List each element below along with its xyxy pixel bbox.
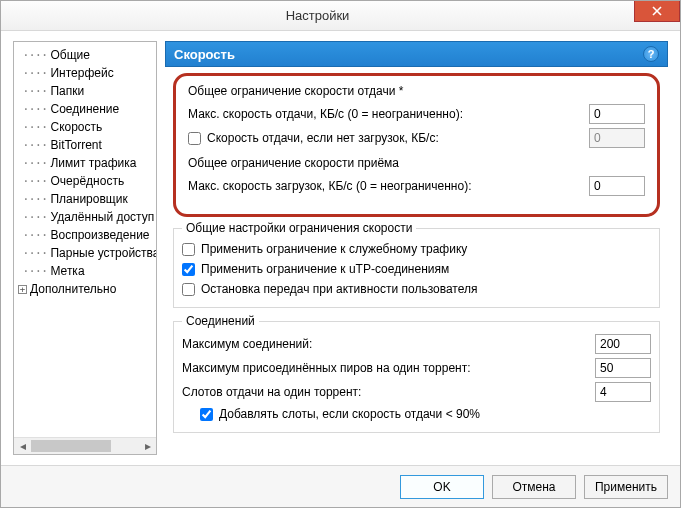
max-upload-input[interactable] <box>589 104 645 124</box>
stop-on-activity-checkbox[interactable] <box>182 283 195 296</box>
ok-button[interactable]: OK <box>400 475 484 499</box>
sidebar-item-queue[interactable]: ···· Очерёдность <box>16 172 154 190</box>
sidebar-item-scheduler[interactable]: ···· Планировщик <box>16 190 154 208</box>
max-download-input[interactable] <box>589 176 645 196</box>
download-limit-group: Общее ограничение скорости приёма Макс. … <box>186 156 647 198</box>
upload-limit-group: Общее ограничение скорости отдачи * Макс… <box>186 84 647 150</box>
max-peers-label: Максимум присоединённых пиров на один то… <box>182 361 595 375</box>
alt-upload-checkbox[interactable] <box>188 132 201 145</box>
general-limit-group: Общие настройки ограничения скорости При… <box>173 221 660 308</box>
window-title: Настройки <box>1 8 634 23</box>
apply-overhead-label: Применить ограничение к служебному трафи… <box>201 242 467 256</box>
sidebar-item-speed[interactable]: ···· Скорость <box>16 118 154 136</box>
sidebar-item-remote[interactable]: ···· Удалённый доступ <box>16 208 154 226</box>
general-limit-legend: Общие настройки ограничения скорости <box>182 221 416 235</box>
scroll-left-icon[interactable]: ◂ <box>14 438 31 454</box>
sidebar-item-general[interactable]: ···· Общие <box>16 46 154 64</box>
help-icon[interactable]: ? <box>643 46 659 62</box>
section-header: Скорость ? <box>165 41 668 67</box>
max-connections-input[interactable] <box>595 334 651 354</box>
highlighted-group: Общее ограничение скорости отдачи * Макс… <box>173 73 660 217</box>
sidebar-item-paired-devices[interactable]: ···· Парные устройства <box>16 244 154 262</box>
apply-utp-checkbox[interactable] <box>182 263 195 276</box>
nav-tree: ···· Общие ···· Интерфейс ···· Папки ···… <box>14 42 156 437</box>
sidebar-item-connection[interactable]: ···· Соединение <box>16 100 154 118</box>
connections-legend: Соединений <box>182 314 259 328</box>
sidebar-item-folders[interactable]: ···· Папки <box>16 82 154 100</box>
connections-group: Соединений Максимум соединений: Максимум… <box>173 314 660 433</box>
max-upload-label: Макс. скорость отдачи, КБ/с (0 = неогран… <box>188 107 589 121</box>
apply-button[interactable]: Применить <box>584 475 668 499</box>
sidebar-item-advanced[interactable]: +Дополнительно <box>16 280 154 298</box>
sidebar-item-playback[interactable]: ···· Воспроизведение <box>16 226 154 244</box>
titlebar: Настройки <box>1 1 680 31</box>
add-slots-checkbox[interactable] <box>200 408 213 421</box>
cancel-button[interactable]: Отмена <box>492 475 576 499</box>
expand-icon[interactable]: + <box>18 285 27 294</box>
close-icon <box>652 6 662 16</box>
alt-upload-input <box>589 128 645 148</box>
add-slots-label: Добавлять слоты, если скорость отдачи < … <box>219 407 480 421</box>
download-limit-legend: Общее ограничение скорости приёма <box>188 156 645 170</box>
max-peers-input[interactable] <box>595 358 651 378</box>
scroll-thumb[interactable] <box>31 440 111 452</box>
apply-overhead-checkbox[interactable] <box>182 243 195 256</box>
sidebar-scrollbar[interactable]: ◂ ▸ <box>14 437 156 454</box>
content-panel: Скорость ? Общее ограничение скорости от… <box>165 41 668 455</box>
sidebar-item-label[interactable]: ···· Метка <box>16 262 154 280</box>
section-title: Скорость <box>174 47 235 62</box>
alt-upload-label: Скорость отдачи, если нет загрузок, КБ/с… <box>207 131 439 145</box>
sidebar-item-bittorrent[interactable]: ···· BitTorrent <box>16 136 154 154</box>
dialog-footer: OK Отмена Применить <box>1 465 680 507</box>
sidebar-item-interface[interactable]: ···· Интерфейс <box>16 64 154 82</box>
max-download-label: Макс. скорость загрузок, КБ/с (0 = неогр… <box>188 179 589 193</box>
upload-limit-legend: Общее ограничение скорости отдачи * <box>188 84 645 98</box>
scroll-right-icon[interactable]: ▸ <box>139 438 156 454</box>
apply-utp-label: Применить ограничение к uTP-соединениям <box>201 262 449 276</box>
sidebar-item-bandwidth-limit[interactable]: ···· Лимит трафика <box>16 154 154 172</box>
close-button[interactable] <box>634 1 680 22</box>
settings-window: Настройки ···· Общие ···· Интерфейс ····… <box>0 0 681 508</box>
sidebar: ···· Общие ···· Интерфейс ···· Папки ···… <box>13 41 157 455</box>
max-connections-label: Максимум соединений: <box>182 337 595 351</box>
upload-slots-label: Слотов отдачи на один торрент: <box>182 385 595 399</box>
upload-slots-input[interactable] <box>595 382 651 402</box>
stop-on-activity-label: Остановка передач при активности пользов… <box>201 282 478 296</box>
